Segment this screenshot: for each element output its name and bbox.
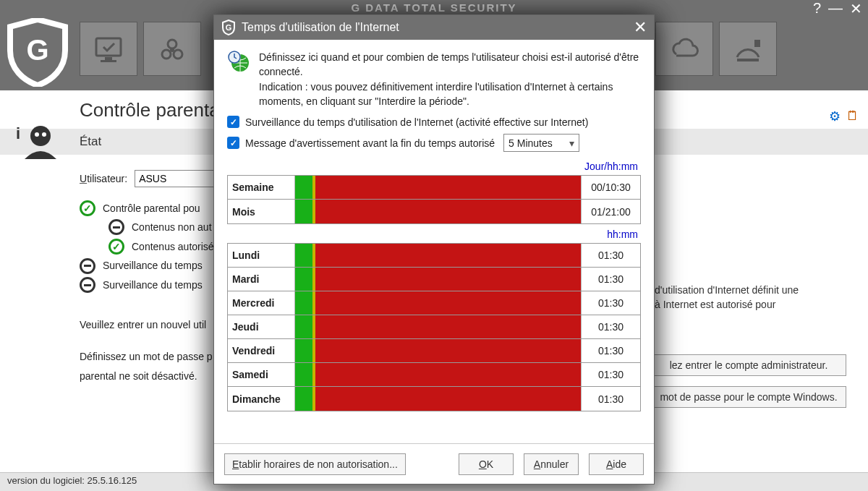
unit-week-label: Jour/hh:mm — [227, 161, 638, 172]
time-row-value[interactable]: 01:30 — [581, 339, 640, 362]
daily-time-table: Lundi01:30Mardi01:30Mercredi01:30Jeudi01… — [227, 243, 641, 411]
status-enabled-icon — [80, 200, 95, 216]
toolbar-virus-button[interactable] — [143, 22, 201, 76]
svg-point-7 — [170, 48, 174, 52]
time-usage-bar[interactable] — [295, 176, 581, 199]
page-action-icons: ⚙ 🗒 — [829, 108, 859, 124]
ok-button[interactable]: OK — [459, 453, 514, 475]
time-usage-bar[interactable] — [295, 363, 581, 386]
set-forbidden-schedule-button[interactable]: Etablir horaires de non autorisation... — [224, 453, 406, 475]
biohazard-icon — [157, 34, 187, 64]
time-row-label: Lundi — [228, 244, 295, 267]
svg-point-12 — [35, 132, 39, 137]
time-row-label: Mercredi — [228, 291, 295, 315]
dialog-intro-line2: Indication : vous pouvez définitivement … — [259, 80, 641, 109]
minimize-icon[interactable]: — — [828, 0, 843, 17]
time-row: Mercredi01:30 — [228, 291, 640, 315]
svg-text:i: i — [16, 124, 20, 142]
time-row: Samedi01:30 — [228, 363, 640, 387]
toolbar-scan-button[interactable] — [80, 22, 137, 76]
app-title: G DATA TOTAL SECURITY — [0, 1, 868, 14]
time-row-value[interactable]: 01:30 — [581, 387, 640, 411]
svg-point-5 — [162, 50, 171, 59]
help-button[interactable]: Aide — [589, 453, 644, 475]
time-row: Mois01/21:00 — [228, 200, 640, 223]
time-row-label: Samedi — [228, 363, 295, 386]
time-row-label: Dimanche — [228, 387, 295, 411]
svg-rect-3 — [101, 60, 116, 62]
time-option-2[interactable]: Surveillance du temps — [103, 276, 203, 295]
svg-point-11 — [30, 126, 51, 146]
svg-point-6 — [174, 50, 182, 59]
svg-text:G: G — [26, 34, 48, 66]
dialog-close-icon[interactable]: ✕ — [634, 18, 647, 37]
settings-gear-icon[interactable]: ⚙ — [829, 108, 841, 124]
parental-control-option[interactable]: Contrôle parental pou — [103, 199, 200, 218]
time-row-label: Jeudi — [228, 315, 295, 338]
time-row-value[interactable]: 00/10:30 — [581, 176, 640, 199]
unit-day-label: hh:mm — [227, 229, 638, 240]
svg-point-13 — [42, 132, 46, 137]
svg-text:G: G — [226, 23, 232, 32]
cloud-up-icon — [669, 34, 699, 64]
blocked-content-option[interactable]: Contenus non aut — [132, 218, 212, 237]
summary-time-table: Semaine00/10:30Mois01/21:00 — [227, 175, 641, 224]
enter-admin-account-button[interactable]: lez entrer le compte administrateur. — [651, 354, 846, 376]
time-row-value[interactable]: 01/21:00 — [581, 200, 640, 223]
brand-shield-icon: G — [7, 18, 69, 87]
version-text: version du logiciel: 25.5.16.125 — [7, 475, 137, 486]
warn-before-end-label: Message d'avertissement avant la fin du … — [245, 137, 495, 149]
monitor-time-label: Surveillance du temps d'utilisation de l… — [245, 116, 588, 128]
time-row-label: Semaine — [228, 176, 295, 199]
time-row-value[interactable]: 01:30 — [581, 315, 640, 338]
svg-rect-9 — [737, 59, 759, 61]
time-row-value[interactable]: 01:30 — [581, 268, 640, 291]
time-usage-bar[interactable] — [295, 244, 581, 267]
time-usage-bar[interactable] — [295, 291, 581, 315]
status-disabled-icon — [109, 219, 124, 235]
warn-before-end-checkbox[interactable] — [227, 137, 239, 149]
time-usage-bar[interactable] — [295, 315, 581, 338]
time-row-label: Mois — [228, 200, 295, 223]
svg-point-4 — [168, 40, 176, 48]
cancel-button[interactable]: Annuler — [524, 453, 579, 475]
time-usage-bar[interactable] — [295, 268, 581, 291]
meter-icon — [733, 34, 763, 64]
time-row: Lundi01:30 — [228, 244, 640, 268]
monitor-check-icon — [93, 34, 124, 64]
clipboard-icon[interactable]: 🗒 — [846, 108, 859, 124]
help-icon[interactable]: ? — [813, 0, 821, 17]
allowed-content-option[interactable]: Contenus autorisé — [132, 237, 214, 257]
time-row-label: Mardi — [228, 268, 295, 291]
time-option-1[interactable]: Surveillance du temps — [103, 256, 203, 276]
dialog-title: Temps d'utilisation de l'Internet — [242, 21, 399, 34]
close-window-icon[interactable]: ✕ — [850, 0, 862, 17]
warn-minutes-dropdown[interactable]: 5 Minutes — [503, 134, 579, 152]
time-row: Dimanche01:30 — [228, 387, 640, 411]
time-usage-bar[interactable] — [295, 339, 581, 362]
svg-rect-8 — [754, 40, 760, 47]
toolbar-tuner-button[interactable] — [719, 22, 777, 76]
dialog-footer: Etablir horaires de non autorisation... … — [214, 443, 654, 484]
svg-rect-1 — [96, 38, 121, 56]
time-row: Semaine00/10:30 — [228, 176, 640, 200]
globe-clock-icon — [227, 50, 250, 73]
monitor-time-checkbox[interactable] — [227, 116, 239, 128]
brand-shield-small-icon: G — [221, 20, 236, 35]
internet-time-dialog: G Temps d'utilisation de l'Internet ✕ Dé… — [213, 14, 655, 484]
time-row: Vendredi01:30 — [228, 339, 640, 363]
time-row-value[interactable]: 01:30 — [581, 363, 640, 386]
time-usage-bar[interactable] — [295, 200, 581, 223]
status-disabled-icon — [80, 258, 95, 274]
windows-password-button[interactable]: mot de passe pour le compte Windows. — [651, 386, 846, 408]
svg-rect-2 — [105, 57, 112, 60]
time-row-value[interactable]: 01:30 — [581, 244, 640, 267]
dialog-intro: Définissez ici quand et pour combien de … — [214, 40, 654, 116]
time-row-label: Vendredi — [228, 339, 295, 362]
window-system-buttons: ? — ✕ — [813, 0, 862, 17]
section-title: État — [80, 135, 101, 149]
toolbar-backup-button[interactable] — [655, 22, 713, 76]
dialog-titlebar: G Temps d'utilisation de l'Internet ✕ — [214, 15, 654, 40]
time-usage-bar[interactable] — [295, 387, 581, 411]
time-row-value[interactable]: 01:30 — [581, 291, 640, 315]
